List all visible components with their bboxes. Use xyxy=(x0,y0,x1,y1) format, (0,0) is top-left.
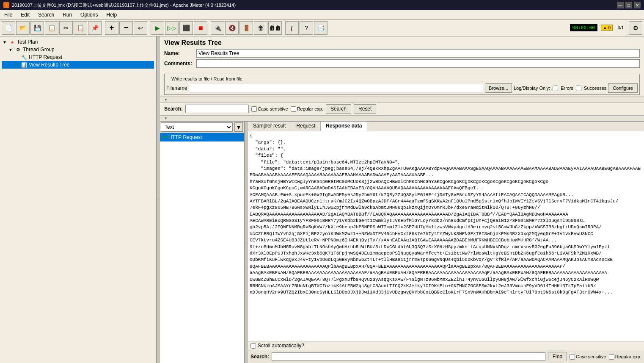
configure-button[interactable]: Configure xyxy=(608,83,638,93)
run-no-pause-button[interactable]: ▷▷ xyxy=(165,21,179,35)
new-button[interactable]: 📄 xyxy=(2,21,15,35)
bottom-case-checkbox[interactable] xyxy=(570,354,575,360)
undo-button[interactable]: ↩ xyxy=(134,21,147,35)
bottom-search-label: Search: xyxy=(250,354,269,360)
result-label: HTTP Request xyxy=(168,134,202,140)
stop-now-button[interactable]: ⏹ xyxy=(194,21,207,35)
count-badge: 0/1 xyxy=(616,25,625,30)
search-input[interactable] xyxy=(185,105,249,113)
bottom-regex-label: Regular exp. xyxy=(609,354,641,360)
close-button[interactable]: ✕ xyxy=(634,2,641,8)
search-button[interactable]: Search xyxy=(326,104,351,114)
inner-resize-handle[interactable]: ⋮ xyxy=(245,122,248,363)
file-section: Write results to file / Read from file F… xyxy=(164,74,640,95)
minimize-button[interactable]: — xyxy=(617,2,624,8)
results-icon: 📊 xyxy=(21,62,27,68)
bottom-case-label: Case sensitive xyxy=(570,354,606,360)
comments-label: Comments: xyxy=(164,61,194,67)
save-button[interactable]: 💾 xyxy=(30,21,44,35)
settings-button[interactable]: ⚙ xyxy=(629,21,642,35)
successes-label: Successes xyxy=(584,86,606,91)
menu-options[interactable]: Options xyxy=(78,11,100,19)
find-button[interactable]: Find xyxy=(548,352,567,361)
help-button[interactable]: ? xyxy=(300,21,313,35)
bottom-regex-checkbox[interactable] xyxy=(609,354,614,360)
name-input[interactable] xyxy=(196,49,640,58)
open-button[interactable]: 📂 xyxy=(16,21,30,35)
results-right: Sampler result Request Response data { "… xyxy=(248,122,644,363)
menu-file[interactable]: File xyxy=(2,11,15,19)
tab-response-data[interactable]: Response data xyxy=(321,122,367,131)
menu-run[interactable]: Run xyxy=(60,11,74,19)
collapse-row-2[interactable]: ▼ xyxy=(160,115,644,121)
collapse-row[interactable]: ▼ xyxy=(160,97,644,103)
cut-button[interactable]: ✂ xyxy=(59,21,73,35)
menu-help[interactable]: Help xyxy=(104,11,119,19)
dropdown-arrow[interactable]: ▼ xyxy=(234,122,243,132)
resize-handle[interactable]: ⋮ xyxy=(157,36,160,363)
toolbar-right: 00:00:00 ▲ 0 0/1 ⚙ xyxy=(570,21,642,35)
results-dropdown[interactable]: Text xyxy=(161,122,233,132)
reset-button[interactable]: Reset xyxy=(354,104,376,114)
tree-item-view-results-tree[interactable]: 📊 View Results Tree xyxy=(2,61,154,69)
browse-button[interactable]: Browse... xyxy=(485,83,512,93)
scroll-auto-label: Scroll automatically? xyxy=(258,343,304,349)
tabs-row: Sampler result Request Response data xyxy=(248,122,644,131)
menu-edit[interactable]: Edit xyxy=(18,11,32,19)
paste-button[interactable]: 📌 xyxy=(88,21,102,35)
copy-button[interactable]: 📋 xyxy=(74,21,87,35)
response-content: { "args": {}, "data": "", "files": { "fi… xyxy=(250,133,642,296)
title-bar-left: J 20190107上传文件01.jmx (D:\接口测试+web测试\2019… xyxy=(3,2,236,8)
remote-stop-button[interactable]: 🔇 xyxy=(225,21,239,35)
function-button[interactable]: ƒ xyxy=(285,21,299,35)
tab-request[interactable]: Request xyxy=(291,122,321,131)
request-icon: 🔧 xyxy=(21,54,27,60)
saveas-button[interactable]: 📋 xyxy=(45,21,58,35)
warning-badge: ▲ 0 xyxy=(601,25,613,31)
toolbar: 📄 📂 💾 📋 ✂ 📋 📌 + − ↩ ▶ ▷▷ ⬛ ⏹ 🔌 🔇 🚪 🗑 🗑🗑 … xyxy=(0,19,644,36)
vrt-title: View Results Tree xyxy=(164,39,640,47)
errors-label: Errors xyxy=(561,86,573,91)
errors-checkbox[interactable] xyxy=(553,86,558,91)
add-button[interactable]: + xyxy=(105,21,118,35)
bottom-search-input[interactable] xyxy=(272,352,545,361)
scroll-auto-row: Scroll automatically? xyxy=(248,341,644,350)
maximize-button[interactable]: □ xyxy=(625,2,632,8)
title-bar-buttons[interactable]: — □ ✕ xyxy=(617,2,641,8)
remote-exit-button[interactable]: 🚪 xyxy=(239,21,253,35)
right-panel: View Results Tree Name: Comments: Write … xyxy=(160,36,644,363)
expand-icon: ▼ xyxy=(3,40,8,44)
scroll-auto-checkbox[interactable] xyxy=(250,343,256,349)
successes-checkbox[interactable] xyxy=(576,86,581,91)
templates-button[interactable]: 📑 xyxy=(314,21,328,35)
clear-button[interactable]: 🗑 xyxy=(254,21,267,35)
regex-checkbox[interactable] xyxy=(291,106,296,112)
remote-start-button[interactable]: 🔌 xyxy=(211,21,224,35)
tree-item-thread-group[interactable]: ▼ ⚙ Thread Group xyxy=(2,46,154,53)
case-sensitive-label: Case sensitive xyxy=(251,106,288,112)
log-label: Log/Display Only: xyxy=(514,86,550,91)
results-area: Text ▼ ✔ HTTP Request ⋮ Sampler result xyxy=(160,121,644,363)
tree-label: HTTP Request xyxy=(29,54,62,60)
tab-sampler-result[interactable]: Sampler result xyxy=(248,122,291,131)
remove-button[interactable]: − xyxy=(119,21,133,35)
title-bar: J 20190107上传文件01.jmx (D:\接口测试+web测试\2019… xyxy=(0,0,644,10)
case-sensitive-checkbox[interactable] xyxy=(251,106,257,112)
comments-input[interactable] xyxy=(196,59,640,68)
run-button[interactable]: ▶ xyxy=(151,21,164,35)
menu-search[interactable]: Search xyxy=(36,11,57,19)
regex-label: Regular exp. xyxy=(291,106,323,112)
filename-label: Filename xyxy=(166,85,187,91)
filename-input[interactable] xyxy=(189,84,483,92)
menu-bar: File Edit Search Run Options Help xyxy=(0,10,644,19)
clear-all-button[interactable]: 🗑🗑 xyxy=(268,21,282,35)
tree-item-http-request[interactable]: 🔧 HTTP Request xyxy=(2,53,154,61)
tree-item-test-plan[interactable]: ▼ 🔺 Test Plan xyxy=(2,38,154,46)
tree-label: View Results Tree xyxy=(29,62,70,68)
result-item[interactable]: ✔ HTTP Request xyxy=(160,133,244,142)
stop-button[interactable]: ⬛ xyxy=(179,21,193,35)
results-list: ✔ HTTP Request xyxy=(160,133,244,363)
bottom-case-text: Case sensitive xyxy=(576,354,606,359)
name-row: Name: xyxy=(164,49,640,58)
tree-content: ▼ 🔺 Test Plan ▼ ⚙ Thread Group 🔧 HTTP Re… xyxy=(0,36,156,363)
